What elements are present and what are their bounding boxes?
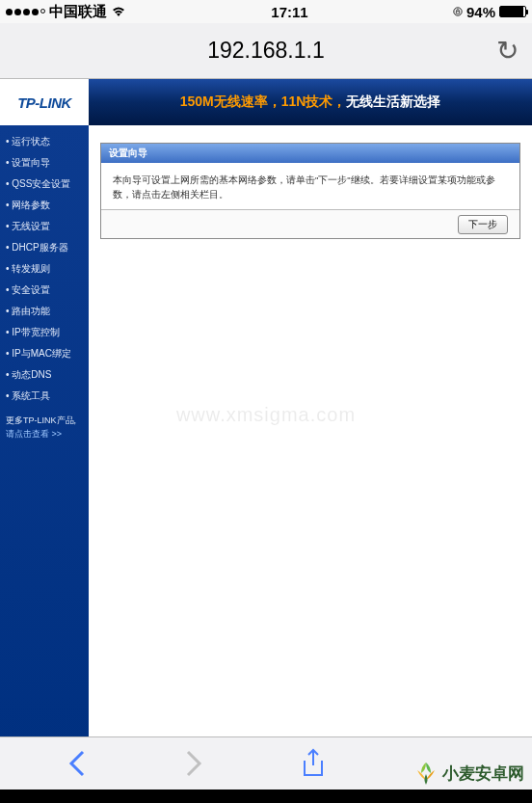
promo-line1: 更多TP-LINK产品, — [6, 415, 83, 428]
reload-icon[interactable]: ↻ — [496, 35, 519, 67]
sidebar-item-routing[interactable]: 路由功能 — [0, 301, 89, 322]
status-right: 94% — [453, 4, 526, 20]
sidebar-item-bandwidth[interactable]: IP带宽控制 — [0, 322, 89, 343]
header-banner: TP-LINK 150M无线速率，11N技术，无线生活新选择 — [0, 79, 532, 125]
browser-url-bar[interactable]: 192.168.1.1 ↻ — [0, 23, 532, 79]
battery-icon — [499, 6, 526, 17]
sidebar-item-status[interactable]: 运行状态 — [0, 131, 89, 152]
sidebar-nav: 运行状态 设置向导 QSS安全设置 网络参数 无线设置 DHCP服务器 转发规则… — [0, 125, 89, 750]
router-admin-page: TP-LINK 150M无线速率，11N技术，无线生活新选择 运行状态 设置向导… — [0, 79, 532, 750]
back-icon[interactable] — [68, 749, 86, 778]
wizard-description: 本向导可设置上网所需的基本网络参数，请单击"下一步"继续。若要详细设置某项功能或… — [101, 163, 519, 209]
battery-pct-label: 94% — [466, 4, 495, 20]
content-area: 设置向导 本向导可设置上网所需的基本网络参数，请单击"下一步"继续。若要详细设置… — [89, 125, 532, 750]
url-text: 192.168.1.1 — [207, 38, 325, 64]
clock-label: 17:11 — [271, 4, 307, 20]
svg-point-0 — [454, 8, 462, 15]
share-icon[interactable] — [301, 748, 326, 779]
next-button[interactable]: 下一步 — [458, 215, 508, 234]
promo-link[interactable]: 请点击查看 >> — [6, 428, 83, 442]
sidebar-item-ddns[interactable]: 动态DNS — [0, 364, 89, 386]
wifi-icon — [111, 6, 126, 17]
leaf-logo-icon — [413, 761, 439, 786]
sidebar-item-system[interactable]: 系统工具 — [0, 386, 89, 407]
rotation-lock-icon — [453, 6, 463, 17]
banner-orange-text: 150M无线速率，11N技术， — [180, 94, 347, 109]
banner-white-text: 无线生活新选择 — [346, 94, 440, 109]
bottom-black-edge — [0, 790, 532, 803]
wizard-panel: 设置向导 本向导可设置上网所需的基本网络参数，请单击"下一步"继续。若要详细设置… — [100, 143, 520, 239]
sidebar-promo: 更多TP-LINK产品, 请点击查看 >> — [0, 407, 89, 448]
sidebar-item-security[interactable]: 安全设置 — [0, 280, 89, 301]
sidebar-item-dhcp[interactable]: DHCP服务器 — [0, 237, 89, 258]
banner-slogan: 150M无线速率，11N技术，无线生活新选择 — [89, 94, 532, 111]
wizard-footer: 下一步 — [101, 209, 519, 238]
corner-watermark-text: 小麦安卓网 — [442, 763, 524, 785]
sidebar-item-qss[interactable]: QSS安全设置 — [0, 174, 89, 195]
corner-watermark: 小麦安卓网 — [413, 761, 524, 786]
wizard-title: 设置向导 — [101, 144, 519, 163]
tplink-logo: TP-LINK — [0, 79, 89, 125]
sidebar-item-forward[interactable]: 转发规则 — [0, 258, 89, 280]
carrier-label: 中国联通 — [49, 3, 107, 21]
sidebar-item-wireless[interactable]: 无线设置 — [0, 216, 89, 237]
status-left: 中国联通 — [6, 3, 126, 21]
signal-strength-icon — [6, 9, 45, 15]
ios-status-bar: 中国联通 17:11 94% — [0, 0, 532, 23]
forward-icon[interactable] — [185, 749, 202, 778]
sidebar-item-network[interactable]: 网络参数 — [0, 195, 89, 216]
sidebar-item-wizard[interactable]: 设置向导 — [0, 152, 89, 174]
sidebar-item-ipmac[interactable]: IP与MAC绑定 — [0, 343, 89, 364]
